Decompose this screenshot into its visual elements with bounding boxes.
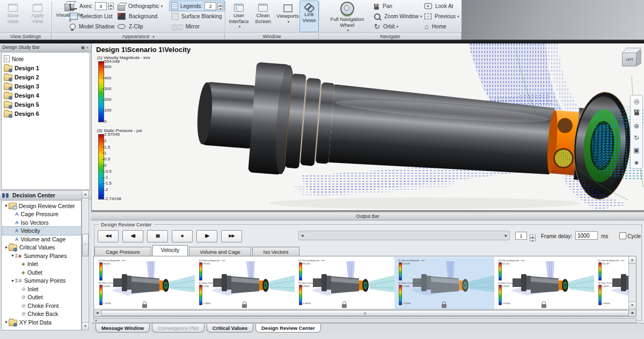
bottom-tab-message-window[interactable]: Message Window [96, 324, 150, 333]
cycle-checkbox[interactable] [619, 232, 626, 239]
link-views-button[interactable]: Link Views [299, 1, 319, 32]
sidebar-item-design-2[interactable]: Design 2 [4, 72, 90, 82]
lock-icon[interactable] [442, 304, 447, 308]
viewport-3d[interactable]: Design 1\Scenario 1\Velocity (1) Velocit… [91, 43, 644, 210]
design-thumbnail[interactable]: (1) Velocity Magnitude - in/s 279.610 (5… [195, 257, 295, 309]
sidebar-item-note[interactable]: Note [4, 54, 90, 63]
lock-icon[interactable] [142, 304, 147, 308]
background-button[interactable]: Background [118, 11, 157, 21]
view-cube[interactable]: LEFT [621, 48, 641, 68]
scroll-down-icon[interactable]: ▼ [629, 301, 635, 309]
previous-view-button[interactable]: ← Previous ▾ [425, 11, 459, 21]
axes-control[interactable]: Axes: 4 ▲▼ [70, 1, 114, 11]
tree-item-iso-vectors[interactable]: AIso Vectors [3, 218, 81, 227]
decision-center-header[interactable]: Decision Center [0, 190, 91, 200]
axes-value[interactable]: 4 [95, 2, 107, 10]
design-thumbnail[interactable]: (1) Velocity Magnitude - in/s 511.140 (5… [494, 257, 594, 309]
tree-item-summary-points[interactable]: ▾Σ⊘Summary Points [3, 277, 81, 285]
tab-cage-pressure[interactable]: Cage Pressure [94, 247, 151, 256]
spin-down-icon[interactable]: ▼ [530, 238, 536, 242]
orbit-icon[interactable]: ↻ [634, 135, 639, 141]
frame-number-value[interactable]: 1 [515, 232, 527, 240]
lock-icon[interactable] [541, 304, 546, 308]
scroll-left-icon[interactable]: ◀ [94, 309, 100, 316]
axes-spinner[interactable]: ▲▼ [108, 3, 114, 10]
legends-spinner[interactable]: ▲▼ [217, 3, 223, 10]
tree-item-volume-and-cage[interactable]: AVolume and Cage [3, 235, 81, 244]
steering-wheel-icon[interactable]: ◎ [634, 98, 639, 105]
rewind-button[interactable]: ◀◀ [98, 230, 119, 242]
bottom-tab-design-review-center[interactable]: Design Review Center [255, 324, 321, 333]
sidebar-item-design-4[interactable]: Design 4 [4, 91, 90, 100]
sidebar-item-design-1[interactable]: Design 1 [4, 63, 90, 72]
scrollbar-thumb[interactable]: lll [101, 310, 629, 316]
design-thumbnail[interactable]: (1) Velocity Magnitude - in/s 381.030 (5… [295, 257, 394, 309]
scroll-up-icon[interactable]: ▲ [629, 256, 635, 264]
panel-scrollbar[interactable] [93, 318, 636, 323]
pan-hand-icon[interactable] [634, 110, 639, 117]
tree-item-critical-values[interactable]: ▾Critical Values [3, 244, 81, 252]
tree-item-inlet[interactable]: ⊘Inlet [3, 285, 81, 293]
sidebar-item-design-3[interactable]: Design 3 [4, 82, 90, 91]
scroll-down-icon[interactable]: ▼ [82, 322, 89, 330]
frame-spinner[interactable]: 1 ▲▼ [515, 232, 536, 241]
design-thumbnail[interactable]: (1) Velocity Magnitude - in/s 530.000 (5… [95, 257, 195, 309]
animation-scrollbar[interactable]: ◀ ▶ [298, 231, 510, 240]
model-shadow-button[interactable]: Model Shadow [70, 21, 114, 32]
appearance-label-text[interactable]: Appearance [122, 33, 149, 39]
stop-button[interactable]: ■ [172, 230, 193, 242]
scrollbar-thumb[interactable] [82, 234, 89, 256]
tree-item-choke-back[interactable]: ⊘Choke Back [3, 310, 81, 319]
frame-spinner-buttons[interactable]: ▲▼ [530, 234, 536, 241]
bottom-tab-critical-values[interactable]: Critical Values [207, 324, 253, 333]
tree-item-velocity[interactable]: AVelocity [3, 227, 81, 235]
fast-forward-button[interactable]: ▶▶ [221, 230, 242, 242]
legends-control[interactable]: Legends: 2 ▲▼ [171, 1, 223, 11]
look-at-icon[interactable]: ▣ [633, 147, 639, 153]
legends-value[interactable]: 2 [204, 2, 216, 10]
tab-volume-and-cage[interactable]: Volume and Cage [189, 247, 251, 256]
apply-view-button[interactable]: Apply View [26, 1, 49, 31]
output-bar-title[interactable]: Output Bar [91, 212, 644, 220]
scroll-left-icon[interactable]: ◀ [299, 231, 305, 240]
tree-item-summary-planes[interactable]: ▾Σ◈Summary Planes [3, 252, 81, 260]
design-thumbnail[interactable]: (1) Velocity Magnitude - in/s 331.187 (5… [594, 257, 628, 309]
pause-button[interactable]: ▮▮ [147, 230, 168, 242]
sidebar-item-design-5[interactable]: Design 5 [4, 100, 90, 109]
tree-item-outlet[interactable]: ⊘Outlet [3, 293, 81, 302]
clean-screen-button[interactable]: Clean Screen [251, 1, 275, 31]
collapse-icon[interactable]: ▾ [4, 320, 9, 325]
tree-item-inlet[interactable]: ◈Inlet [3, 260, 81, 269]
orbit-button[interactable]: ↻ Orbit ▾ [374, 21, 398, 32]
tree-item-xy-plot-data[interactable]: ▾XY Plot Data [3, 318, 81, 327]
zclip-button[interactable]: Z-Clip [118, 21, 143, 32]
save-view-button[interactable]: Save View [1, 1, 25, 31]
pin-icon[interactable]: ▣ [81, 45, 86, 50]
pan-button[interactable]: Pan [374, 1, 392, 11]
collapse-icon[interactable]: ▾ [4, 245, 9, 250]
home-view-button[interactable]: ⌂ Home [425, 21, 447, 32]
lock-icon[interactable] [242, 304, 247, 308]
strip-vertical-scrollbar[interactable]: ▲ ▼ [628, 256, 636, 309]
wheel-menu-icon[interactable]: ◉ [634, 159, 639, 166]
strip-horizontal-scrollbar[interactable]: ◀ ▶ lll [94, 309, 636, 316]
viewports-button[interactable]: Viewports ▾ [277, 1, 298, 31]
scroll-right-icon[interactable]: ▶ [630, 309, 636, 316]
collapse-icon[interactable]: ▾ [4, 203, 9, 208]
view-cube-side-face[interactable] [636, 49, 641, 67]
spin-down-icon[interactable]: ▼ [108, 6, 114, 10]
step-forward-button[interactable]: ▮▶ [196, 230, 217, 242]
tab-velocity[interactable]: Velocity [152, 245, 188, 256]
tab-iso-vectors[interactable]: Iso Vectors [252, 247, 299, 256]
zoom-window-button[interactable]: Zoom Window ▾ [374, 11, 422, 21]
look-at-button[interactable]: Look At [425, 1, 453, 11]
tree-item-choke-front[interactable]: ⊘Choke Front [3, 301, 81, 310]
collapse-icon[interactable]: ▾ [10, 253, 15, 258]
zoom-icon[interactable]: ⊕ [634, 123, 639, 129]
bottom-tab-convergence-plot[interactable]: Convergence Plot [152, 324, 204, 333]
sidebar-scrollbar[interactable]: ▲ ▼ [82, 190, 89, 330]
full-navigation-wheel-button[interactable]: Full Navigation Wheel ▾ [323, 1, 372, 31]
step-back-button[interactable]: ◀▮ [122, 230, 143, 242]
scroll-up-icon[interactable]: ▲ [82, 191, 89, 198]
collapse-icon[interactable]: ▾ [10, 278, 15, 283]
